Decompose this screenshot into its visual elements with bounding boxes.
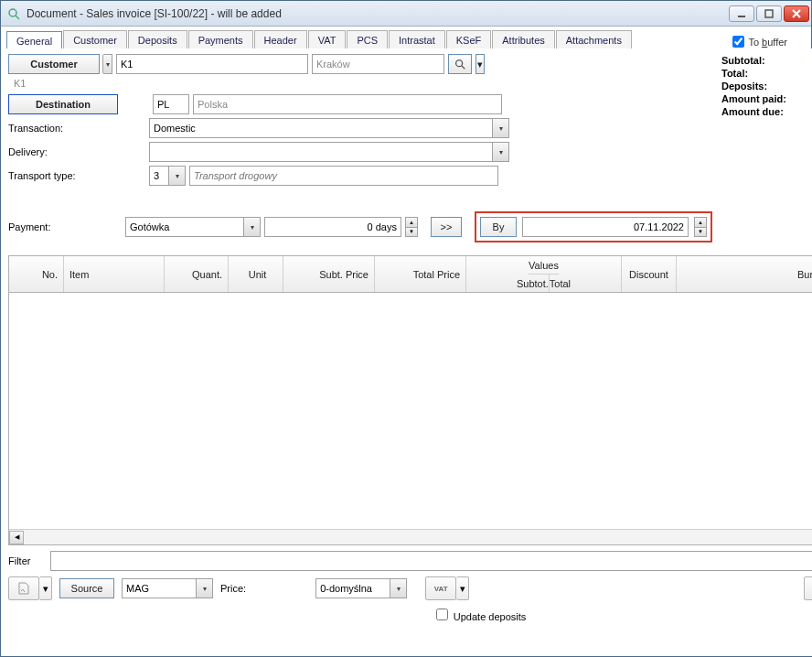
customer-prefix[interactable] (103, 54, 112, 74)
forward-button[interactable]: >> (431, 217, 462, 237)
vat-button[interactable]: VAT (425, 576, 456, 600)
search-button[interactable] (448, 54, 472, 74)
customer-city (312, 54, 444, 74)
col-subt-price[interactable]: Subt. Price (283, 256, 375, 292)
by-date-input[interactable] (522, 217, 689, 237)
payment-method-select[interactable] (125, 217, 261, 237)
svg-line-1 (16, 16, 19, 19)
grid-header[interactable]: No. Item Quant. Unit Subt. Price Total P… (9, 256, 812, 293)
transaction-label: Transaction: (8, 123, 145, 134)
filter-label: Filter (8, 555, 45, 566)
payment-label: Payment: (8, 221, 122, 232)
col-unit[interactable]: Unit (229, 256, 283, 292)
totals-panel: Subtotal:0,00 Total:0,00 Deposits:0,00 A… (721, 54, 812, 246)
payment-days-spinner[interactable]: ▲▼ (405, 217, 418, 237)
add-item-button[interactable] (804, 576, 812, 600)
transport-name (189, 166, 498, 186)
col-subtot[interactable]: Subtot. (517, 275, 550, 292)
col-total-price[interactable]: Total Price (375, 256, 466, 292)
titlebar: Document - Sales invoice [SI-100/22] - w… (1, 1, 811, 27)
window: Document - Sales invoice [SI-100/22] - w… (0, 0, 812, 657)
scroll-left-icon[interactable]: ◀ (9, 531, 24, 544)
destination-name (193, 94, 502, 114)
document-button[interactable] (8, 576, 39, 600)
col-item[interactable]: Item (64, 256, 165, 292)
filter-input[interactable] (50, 551, 812, 571)
customer-button[interactable]: Customer (8, 54, 100, 74)
close-button[interactable] (784, 5, 809, 22)
fiscal-checkbox[interactable]: Fiscal (721, 125, 812, 137)
horizontal-scrollbar[interactable]: ◀ ▶ (9, 529, 812, 544)
transport-type-label: Transport type: (8, 170, 145, 181)
svg-rect-3 (765, 10, 773, 17)
col-total[interactable]: Total (550, 275, 571, 292)
transaction-select[interactable] (149, 118, 509, 138)
svg-point-6 (456, 60, 463, 67)
svg-rect-2 (738, 16, 745, 17)
col-discount[interactable]: Discount (622, 256, 677, 292)
total-label: Total: (721, 68, 748, 79)
customer-code-input[interactable] (116, 54, 308, 74)
col-bur[interactable]: Bur (677, 256, 812, 292)
col-quant[interactable]: Quant. (165, 256, 229, 292)
delivery-select[interactable] (149, 142, 509, 162)
document-dropdown[interactable]: ▾ (39, 576, 52, 600)
source-select[interactable] (122, 578, 213, 598)
destination-code-input[interactable] (153, 94, 189, 114)
amount-paid-label: Amount paid: (721, 93, 786, 104)
deposits-label: Deposits: (721, 81, 767, 92)
amount-due-label: Amount due: (721, 106, 784, 117)
transport-code-select[interactable] (149, 166, 186, 186)
app-icon (6, 6, 21, 21)
items-grid: No. Item Quant. Unit Subt. Price Total P… (8, 255, 812, 545)
customer-name-echo: K1 (14, 78, 712, 89)
source-button[interactable]: Source (59, 578, 114, 598)
price-select[interactable] (315, 578, 407, 598)
search-dropdown[interactable]: ▾ (475, 54, 485, 74)
delivery-label: Delivery: (8, 146, 145, 157)
payment-by-highlight: By ▲▼ (475, 211, 712, 242)
svg-line-7 (462, 66, 465, 70)
maximize-button[interactable] (756, 5, 782, 22)
by-date-spinner[interactable]: ▲▼ (694, 217, 707, 237)
main-panel: Customer ▾ ▾ K1 (1, 48, 812, 656)
subtotal-label: Subtotal: (721, 55, 765, 66)
svg-point-0 (9, 9, 16, 16)
price-label: Price: (220, 583, 246, 594)
grid-body[interactable]: ▼ (9, 293, 812, 529)
minimize-button[interactable] (729, 5, 754, 22)
payment-days-input[interactable] (264, 217, 401, 237)
by-button[interactable]: By (480, 217, 517, 237)
destination-button[interactable]: Destination (8, 94, 118, 114)
col-no[interactable]: No. (9, 256, 64, 292)
update-deposits-checkbox[interactable]: Update deposits (433, 611, 527, 622)
window-title: Document - Sales invoice [SI-100/22] - w… (27, 7, 729, 20)
vat-dropdown[interactable]: ▾ (456, 576, 469, 600)
col-values[interactable]: Values (529, 256, 559, 275)
